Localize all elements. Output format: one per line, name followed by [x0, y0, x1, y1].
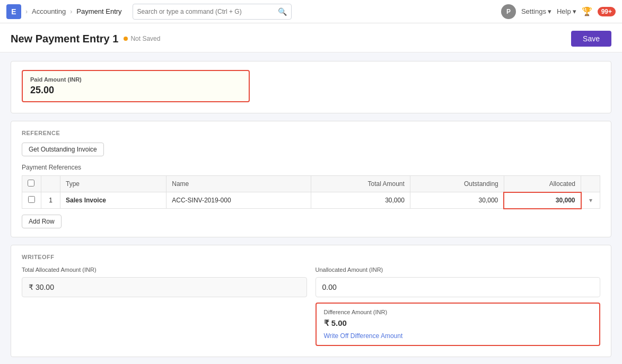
payment-references-table: Type Name Total Amount Outstanding Alloc… [22, 175, 600, 209]
row-dropdown-arrow: ▾ [589, 197, 592, 204]
row-checkbox-cell [22, 192, 41, 209]
help-button[interactable]: Help ▾ [557, 7, 576, 15]
writeoff-section: WRITEOFF Total Allocated Amount (INR) ₹ … [11, 245, 611, 357]
writeoff-grid: Total Allocated Amount (INR) ₹ 30.00 Una… [22, 267, 600, 346]
main-content: Paid Amount (INR) 25.00 REFERENCE Get Ou… [0, 52, 622, 364]
total-allocated-group: Total Allocated Amount (INR) ₹ 30.00 [22, 267, 307, 346]
navbar-right: P Settings ▾ Help ▾ 🏆 99+ [501, 4, 616, 19]
page-title: New Payment Entry 1 [11, 33, 118, 45]
write-off-difference-link[interactable]: Write Off Difference Amount [324, 332, 592, 340]
search-input[interactable] [137, 8, 278, 15]
breadcrumb-page: Payment Entry [76, 7, 121, 15]
writeoff-card: WRITEOFF Total Allocated Amount (INR) ₹ … [11, 245, 611, 357]
status-text: Not Saved [130, 35, 160, 42]
col-actions [581, 176, 600, 192]
row-total-amount: 30,000 [311, 192, 410, 209]
status-badge: Not Saved [124, 35, 160, 42]
col-type: Type [60, 176, 167, 192]
row-allocated[interactable]: 30,000 [504, 192, 581, 209]
app-logo: E [6, 4, 21, 19]
reference-card: REFERENCE Get Outstanding Invoice Paymen… [11, 121, 611, 237]
paid-amount-section: Paid Amount (INR) 25.00 [11, 61, 611, 113]
avatar[interactable]: P [501, 4, 516, 19]
unallocated-group: Unallocated Amount (INR) 0.00 Difference… [316, 267, 601, 346]
search-icon: 🔍 [278, 7, 287, 16]
col-allocated: Allocated [504, 176, 581, 192]
row-dropdown[interactable]: ▾ [581, 192, 600, 209]
select-all-checkbox[interactable] [28, 180, 34, 187]
total-allocated-value: ₹ 30.00 [22, 277, 307, 297]
row-checkbox[interactable] [28, 196, 35, 203]
breadcrumb-sep-1: › [25, 8, 28, 15]
table-row: 1 Sales Invoice ACC-SINV-2019-000 30,000… [22, 192, 600, 209]
writeoff-section-title: WRITEOFF [22, 254, 600, 260]
paid-amount-field[interactable]: Paid Amount (INR) 25.00 [22, 70, 250, 102]
reference-section-title: REFERENCE [22, 130, 600, 136]
page-header: New Payment Entry 1 Not Saved Save [0, 23, 622, 52]
paid-amount-value: 25.00 [30, 85, 241, 96]
difference-amount-card: Difference Amount (INR) ₹ 5.00 Write Off… [316, 303, 601, 346]
add-row-button[interactable]: Add Row [22, 215, 62, 228]
diff-amount-value: ₹ 5.00 [324, 318, 592, 328]
breadcrumb-module[interactable]: Accounting [32, 7, 66, 15]
paid-amount-label: Paid Amount (INR) [30, 76, 241, 83]
unallocated-label: Unallocated Amount (INR) [316, 267, 601, 273]
row-num: 1 [41, 192, 60, 209]
settings-button[interactable]: Settings ▾ [521, 7, 551, 15]
unallocated-value: 0.00 [316, 277, 601, 297]
col-checkbox [22, 176, 41, 192]
trophy-icon: 🏆 [582, 6, 592, 16]
get-outstanding-invoice-button[interactable]: Get Outstanding Invoice [22, 143, 104, 156]
col-outstanding: Outstanding [410, 176, 504, 192]
search-bar[interactable]: 🔍 [133, 4, 292, 20]
payment-refs-label: Payment References [22, 164, 600, 171]
row-type: Sales Invoice [60, 192, 167, 209]
col-num [41, 176, 60, 192]
reference-section: REFERENCE Get Outstanding Invoice Paymen… [11, 121, 611, 237]
save-button[interactable]: Save [571, 31, 611, 47]
navbar: E › Accounting › Payment Entry 🔍 P Setti… [0, 0, 622, 23]
row-name: ACC-SINV-2019-000 [167, 192, 311, 209]
col-total-amount: Total Amount [311, 176, 410, 192]
diff-amount-label: Difference Amount (INR) [324, 309, 592, 315]
notifications-badge[interactable]: 99+ [598, 7, 616, 16]
total-allocated-label: Total Allocated Amount (INR) [22, 267, 307, 273]
col-name: Name [167, 176, 311, 192]
paid-amount-card: Paid Amount (INR) 25.00 [11, 61, 611, 113]
breadcrumb-sep-2: › [70, 8, 72, 15]
status-dot [124, 37, 128, 41]
row-outstanding: 30,000 [410, 192, 504, 209]
